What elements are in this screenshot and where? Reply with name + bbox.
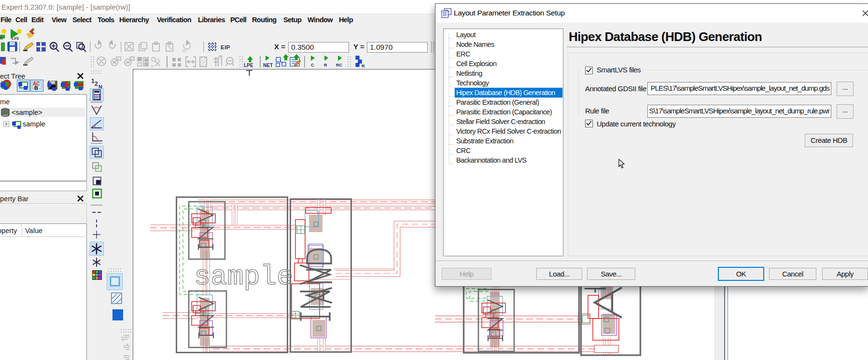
svg-text:sample: sample bbox=[194, 262, 293, 292]
